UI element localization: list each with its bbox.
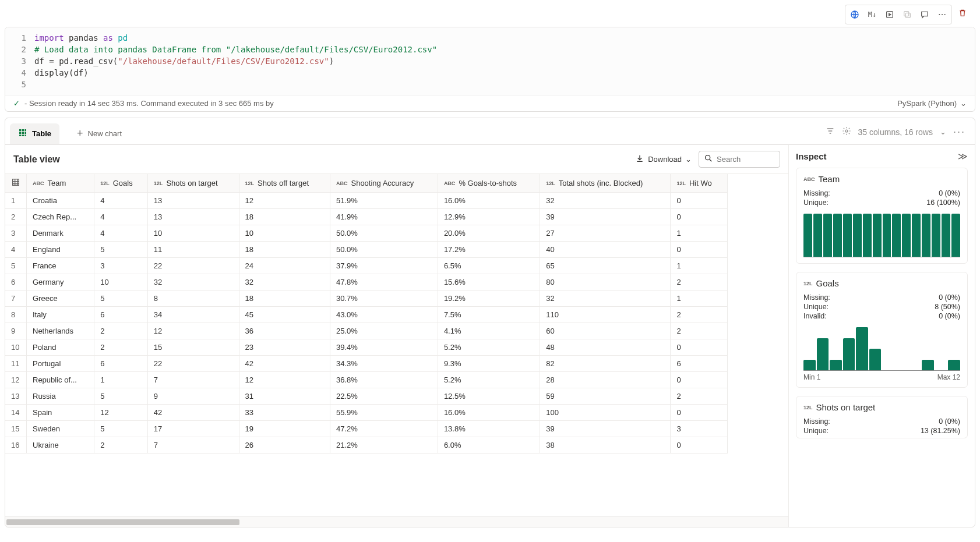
cell[interactable]: 5 — [5, 258, 27, 274]
cell[interactable]: 2 — [94, 339, 148, 356]
cell[interactable]: 30.7% — [330, 291, 438, 307]
gear-icon[interactable] — [842, 126, 851, 137]
tab-table[interactable]: Table — [10, 123, 59, 144]
table-row[interactable]: 9Netherlands2123625.0%4.1%602 — [5, 323, 728, 339]
column-header[interactable]: 12LShots on target — [147, 174, 239, 193]
cell[interactable]: 42 — [147, 405, 239, 421]
column-header[interactable]: 12LTotal shots (inc. Blocked) — [540, 174, 671, 193]
cell[interactable]: 6 — [94, 356, 148, 372]
cell[interactable]: 22 — [147, 258, 239, 274]
cell[interactable]: 80 — [540, 274, 671, 291]
cell[interactable]: France — [27, 258, 94, 274]
cell[interactable]: 36 — [239, 323, 330, 339]
cell[interactable]: 5 — [94, 388, 148, 405]
cell[interactable]: Ukraine — [27, 437, 94, 454]
cell[interactable]: 6.0% — [438, 437, 540, 454]
cell[interactable]: 10 — [94, 274, 148, 291]
column-header[interactable]: ABCTeam — [27, 174, 94, 193]
comment-icon[interactable] — [916, 6, 933, 23]
table-row[interactable]: 8Italy6344543.0%7.5%1102 — [5, 307, 728, 323]
cell[interactable]: 2 — [671, 307, 728, 323]
cell[interactable]: 4 — [5, 242, 27, 258]
cell[interactable]: 3 — [671, 421, 728, 437]
cell[interactable]: 19.2% — [438, 291, 540, 307]
cell[interactable]: 17.2% — [438, 242, 540, 258]
filter-icon[interactable] — [826, 126, 835, 137]
table-row[interactable]: 4England5111850.0%17.2%400 — [5, 242, 728, 258]
cell[interactable]: Russia — [27, 388, 94, 405]
cell[interactable]: 15 — [147, 339, 239, 356]
inspect-card-goals[interactable]: 12LGoals Missing:0 (0%) Unique:8 (50%) I… — [796, 272, 968, 388]
cell[interactable]: 51.9% — [330, 193, 438, 209]
cell[interactable]: 25.0% — [330, 323, 438, 339]
cell[interactable]: 10 — [5, 339, 27, 356]
cell[interactable]: 12.9% — [438, 209, 540, 225]
more-icon[interactable] — [934, 6, 950, 23]
cell[interactable]: 2 — [5, 209, 27, 225]
cell[interactable]: 19 — [239, 421, 330, 437]
chevron-down-icon[interactable]: ⌄ — [940, 127, 946, 136]
table-row[interactable]: 13Russia593122.5%12.5%592 — [5, 388, 728, 405]
collapse-icon[interactable]: ≫ — [958, 151, 968, 162]
cell[interactable]: 9.3% — [438, 356, 540, 372]
cell[interactable]: 31 — [239, 388, 330, 405]
cell[interactable]: 59 — [540, 388, 671, 405]
cell[interactable]: 13.8% — [438, 421, 540, 437]
cell[interactable]: 3 — [5, 225, 27, 242]
cell[interactable]: 0 — [671, 339, 728, 356]
cell[interactable]: 36.8% — [330, 372, 438, 388]
cell[interactable]: 5 — [94, 291, 148, 307]
search-field[interactable] — [717, 155, 775, 164]
cell[interactable]: 13 — [5, 388, 27, 405]
cell[interactable]: 22.5% — [330, 388, 438, 405]
cell[interactable]: 22 — [147, 356, 239, 372]
cell[interactable]: 65 — [540, 258, 671, 274]
cell[interactable]: Republic of... — [27, 372, 94, 388]
table-row[interactable]: 14Spain12423355.9%16.0%1000 — [5, 405, 728, 421]
cell[interactable]: 14 — [5, 405, 27, 421]
cell[interactable]: 82 — [540, 356, 671, 372]
table-row[interactable]: 7Greece581830.7%19.2%321 — [5, 291, 728, 307]
column-header[interactable]: 12LHit Wo — [671, 174, 728, 193]
inspect-card-team[interactable]: ABCTeam Missing:0 (0%) Unique:16 (100%) — [796, 168, 968, 264]
cell[interactable]: 7.5% — [438, 307, 540, 323]
cell[interactable]: 50.0% — [330, 225, 438, 242]
cell[interactable]: 2 — [671, 274, 728, 291]
cell[interactable]: 7 — [5, 291, 27, 307]
kernel-label[interactable]: PySpark (Python) — [897, 99, 957, 108]
grid-summary[interactable]: 35 columns, 16 rows — [858, 127, 933, 137]
inspect-card-shots[interactable]: 12LShots on target Missing:0 (0%) Unique… — [796, 396, 968, 438]
cell[interactable]: Portugal — [27, 356, 94, 372]
cell[interactable]: 12 — [5, 372, 27, 388]
cell[interactable]: 17 — [147, 421, 239, 437]
cell[interactable]: 1 — [5, 193, 27, 209]
horizontal-scrollbar[interactable] — [5, 516, 788, 527]
cell[interactable]: 28 — [540, 372, 671, 388]
cell[interactable]: 2 — [94, 437, 148, 454]
cell[interactable]: 5.2% — [438, 372, 540, 388]
table-row[interactable]: 3Denmark4101050.0%20.0%271 — [5, 225, 728, 242]
chevron-down-icon[interactable]: ⌄ — [960, 99, 967, 108]
more-icon[interactable]: ··· — [953, 126, 965, 138]
cell[interactable]: 41.9% — [330, 209, 438, 225]
tab-new-chart[interactable]: + New chart — [69, 123, 130, 144]
cell[interactable]: 0 — [671, 209, 728, 225]
table-row[interactable]: 5France3222437.9%6.5%651 — [5, 258, 728, 274]
table-row[interactable]: 15Sweden5171947.2%13.8%393 — [5, 421, 728, 437]
cell[interactable]: 12 — [239, 372, 330, 388]
cell[interactable]: 110 — [540, 307, 671, 323]
cell[interactable]: 39 — [540, 421, 671, 437]
cell[interactable]: 47.2% — [330, 421, 438, 437]
cell[interactable]: 2 — [671, 323, 728, 339]
cell[interactable]: 0 — [671, 405, 728, 421]
cell[interactable]: 39 — [540, 209, 671, 225]
cell[interactable]: 33 — [239, 405, 330, 421]
cell[interactable]: 11 — [147, 242, 239, 258]
cell[interactable]: 40 — [540, 242, 671, 258]
cell[interactable]: 6 — [94, 307, 148, 323]
cell[interactable]: 5.2% — [438, 339, 540, 356]
rownum-header[interactable] — [5, 174, 27, 193]
cell[interactable]: Denmark — [27, 225, 94, 242]
cell[interactable]: 13 — [147, 193, 239, 209]
cell[interactable]: 12 — [239, 193, 330, 209]
